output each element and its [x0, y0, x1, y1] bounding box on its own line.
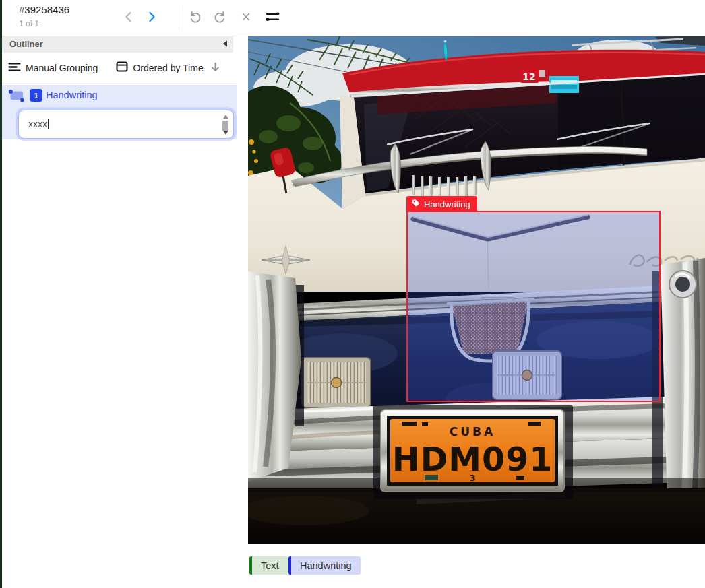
close-icon [239, 10, 253, 26]
settings-button[interactable] [261, 5, 284, 30]
undo-icon [188, 9, 202, 26]
left-triangle-icon [222, 40, 228, 50]
outliner-header: Outliner [0, 36, 233, 53]
sticker-number: 12 [522, 71, 535, 82]
scroll-up-arrow[interactable] [223, 115, 228, 119]
redo-icon [213, 9, 227, 26]
manual-grouping-button[interactable]: Manual Grouping [8, 61, 98, 75]
bbox-region-handwriting[interactable]: Handwriting [406, 211, 661, 402]
sliders-icon [265, 9, 280, 26]
rectangle-region-icon [7, 88, 26, 107]
plate-series: 3 [469, 473, 475, 483]
license-plate: CUBA HDM091 3 [373, 405, 573, 499]
region-text-value: xxxx [28, 119, 47, 129]
arrow-down-icon [210, 65, 221, 75]
chevron-left-icon [122, 10, 135, 26]
sort-direction-button[interactable] [210, 61, 221, 75]
bbox-label-text: Handwriting [424, 199, 470, 209]
window-icon [116, 61, 128, 75]
prev-task-button[interactable] [117, 5, 140, 30]
region-index-badge: 1 [30, 89, 42, 102]
next-task-button[interactable] [140, 5, 163, 30]
tag-icon [411, 199, 420, 209]
input-scrollbar [220, 113, 231, 135]
region-label: Handwriting [46, 90, 98, 100]
undo-button[interactable] [183, 5, 206, 30]
manual-grouping-label: Manual Grouping [26, 63, 98, 73]
label-button-text[interactable]: Text [249, 556, 288, 575]
task-counter: 1 of 1 [19, 19, 39, 28]
close-annotation-button[interactable] [235, 5, 257, 30]
annotation-canvas[interactable]: 12 [248, 36, 705, 544]
outliner-title: Outliner [9, 39, 43, 49]
top-bar: #39258436 1 of 1 [0, 0, 705, 36]
label-button-handwriting[interactable]: Handwriting [288, 556, 361, 575]
text-caret [48, 119, 49, 129]
label-text: Handwriting [300, 560, 352, 571]
bbox-label-tab[interactable]: Handwriting [406, 196, 477, 212]
group-lines-icon [8, 61, 21, 75]
region-row-handwriting[interactable]: 1 Handwriting [0, 85, 237, 106]
task-id: #39258436 [19, 4, 69, 15]
scroll-thumb[interactable] [222, 121, 228, 131]
collapse-panel-button[interactable] [220, 39, 231, 50]
label-text: Text [261, 560, 279, 571]
chevron-right-icon [145, 10, 158, 26]
ordered-by-time-button[interactable]: Ordered by Time [116, 61, 203, 75]
redo-button[interactable] [208, 5, 231, 30]
plate-country: CUBA [450, 425, 495, 438]
scroll-down-arrow[interactable] [223, 131, 228, 135]
selected-region-block: 1 Handwriting xxxx [0, 85, 237, 139]
grouping-toolbar: Manual Grouping Ordered by Time [0, 53, 237, 84]
outliner-panel: Outliner Manual Grouping Ordered by Time [0, 36, 237, 588]
window-edge-strip [0, 0, 2, 588]
region-text-input[interactable]: xxxx [18, 110, 234, 139]
ordered-by-time-label: Ordered by Time [133, 63, 203, 73]
topbar-divider [179, 6, 179, 30]
